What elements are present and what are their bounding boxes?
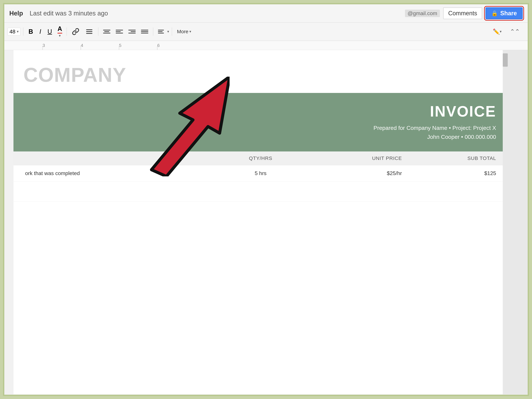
justify-button[interactable]	[139, 28, 150, 35]
last-edit-status: Last edit was 3 minutes ago	[30, 10, 108, 17]
user-email: @gmail.com	[405, 10, 440, 17]
list-button[interactable]	[83, 26, 95, 37]
doc-right-panel	[508, 50, 528, 394]
table-col-unit: UNIT PRICE	[308, 155, 402, 161]
more-options-button[interactable]: More ▾	[175, 28, 194, 35]
help-menu[interactable]: Help	[9, 10, 23, 17]
underline-icon: U	[48, 28, 52, 35]
table-col-sub: SUB TOTAL	[402, 155, 496, 161]
italic-icon: I	[39, 28, 41, 35]
ruler-mark-4: 4	[81, 43, 83, 48]
col-header-unit: UNIT PRICE	[372, 155, 402, 161]
empty-row	[13, 182, 508, 202]
list-icon	[86, 28, 93, 35]
ls-line	[158, 33, 164, 33]
comments-button[interactable]: Comments	[443, 7, 482, 19]
align-line	[116, 33, 123, 33]
ls-line	[158, 30, 164, 30]
table-header-row: QTY/HRS UNIT PRICE SUB TOTAL	[13, 152, 508, 165]
edit-mode-button[interactable]: ✏️ ▾	[490, 27, 504, 36]
align-left-button[interactable]	[114, 28, 125, 35]
more-chevron: ▾	[189, 29, 191, 34]
document-area: COMPANY INVOICE Prepared for Company Nam…	[4, 50, 528, 394]
underline-button[interactable]: U	[45, 27, 55, 37]
font-size-selector[interactable]: 48 ▾	[8, 28, 20, 36]
align-line	[116, 30, 123, 30]
col-header-sub: SUB TOTAL	[468, 155, 496, 161]
align-line	[128, 33, 136, 33]
row-unit-price: $25/hr	[308, 170, 402, 176]
link-button[interactable]	[70, 26, 82, 37]
toolbar-divider	[23, 27, 23, 36]
share-button[interactable]: 🔒 Share	[485, 7, 523, 19]
toolbar-divider-3	[98, 27, 98, 36]
pencil-icon: ✏️	[493, 28, 500, 35]
align-line	[128, 30, 136, 30]
row-desc: ork that was completed	[25, 170, 214, 176]
row-subtotal: $125	[402, 170, 496, 176]
align-line	[103, 33, 110, 33]
lock-icon: 🔒	[491, 10, 498, 16]
formatting-toolbar: 48 ▾ B I U A ▾	[4, 23, 528, 41]
invoice-header-band: INVOICE Prepared for Company Name • Proj…	[13, 93, 508, 152]
invoice-title: INVOICE	[25, 103, 496, 120]
collapse-icon: ⌃⌃	[508, 27, 522, 36]
more-label: More	[177, 29, 188, 34]
bold-icon: B	[29, 28, 33, 35]
invoice-table: QTY/HRS UNIT PRICE SUB TOTAL ork that wa…	[13, 152, 508, 202]
document-content[interactable]: COMPANY INVOICE Prepared for Company Nam…	[13, 50, 508, 394]
italic-button[interactable]: I	[37, 27, 44, 37]
scrollbar[interactable]	[503, 50, 508, 394]
ruler-mark-3: 3	[43, 43, 45, 48]
top-bar: Help Last edit was 3 minutes ago @gmail.…	[4, 4, 528, 23]
font-color-button[interactable]: A ▾	[56, 25, 64, 38]
bold-button[interactable]: B	[26, 27, 36, 37]
link-icon	[72, 28, 79, 35]
share-label: Share	[500, 10, 517, 17]
align-line	[141, 31, 148, 32]
font-color-chevron: ▾	[59, 34, 61, 38]
invoice-contact: John Cooper • 000.000.000	[25, 132, 496, 141]
font-color-label: A	[57, 25, 62, 32]
align-center-button[interactable]	[101, 28, 112, 35]
align-line	[104, 31, 109, 32]
toolbar-divider-5	[172, 27, 172, 36]
ls-line	[158, 31, 163, 32]
col-header-qty: QTY/HRS	[249, 155, 272, 161]
table-col-qty: QTY/HRS	[214, 155, 308, 161]
line-spacing-button[interactable]	[156, 28, 166, 35]
toolbar-divider-2	[66, 27, 67, 36]
ruler: 3 4 5 6	[4, 41, 528, 50]
font-size-chevron: ▾	[17, 29, 19, 34]
ruler-mark-5: 5	[119, 43, 121, 48]
top-bar-actions: @gmail.com Comments 🔒 Share	[405, 7, 523, 19]
doc-left-margin	[4, 50, 13, 394]
font-size-value: 48	[9, 29, 15, 35]
scrollbar-thumb[interactable]	[503, 53, 508, 67]
align-line	[116, 31, 121, 32]
row-qty: 5 hrs	[214, 170, 308, 176]
company-placeholder-text: COMPANY	[13, 50, 508, 93]
align-line	[141, 30, 148, 30]
ruler-mark-6: 6	[157, 43, 160, 48]
align-right-button[interactable]	[126, 28, 138, 35]
collapse-toolbar-button[interactable]: ⌃⌃	[505, 25, 524, 38]
edit-mode-chevron: ▾	[500, 29, 502, 34]
invoice-prepared-for: Prepared for Company Name • Project: Pro…	[25, 123, 496, 132]
align-line	[103, 30, 110, 30]
table-col-desc	[25, 155, 214, 161]
table-row: ork that was completed 5 hrs $25/hr $125	[13, 165, 508, 182]
align-line	[131, 31, 136, 32]
toolbar-divider-4	[153, 27, 153, 36]
align-line	[141, 33, 148, 33]
line-spacing-chevron: ▾	[167, 29, 169, 34]
